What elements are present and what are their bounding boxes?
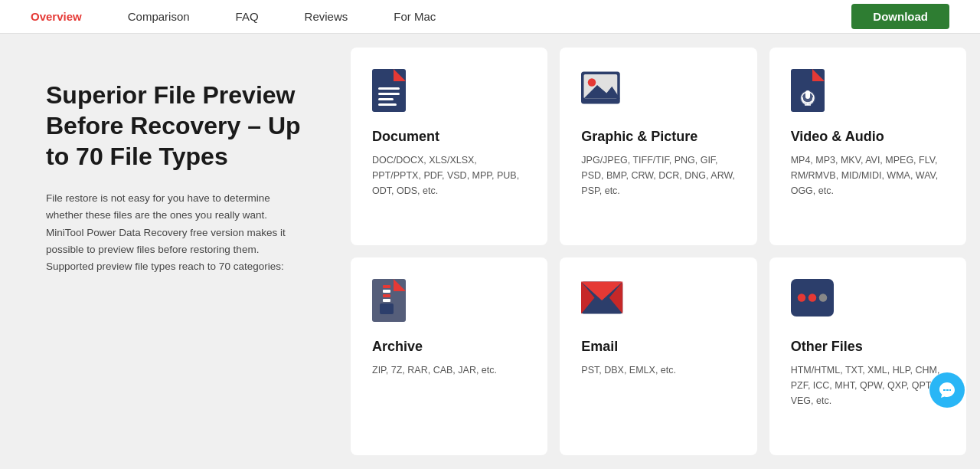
card-archive: Archive ZIP, 7Z, RAR, CAB, JAR, etc.: [351, 257, 547, 455]
card-other-title: Other Files: [791, 339, 945, 355]
archive-icon: [372, 279, 415, 328]
card-video-desc: MP4, MP3, MKV, AVI, MPEG, FLV, RM/RMVB, …: [791, 153, 945, 198]
svg-rect-5: [378, 103, 397, 106]
card-graphic-desc: JPG/JPEG, TIFF/TIF, PNG, GIF, PSD, BMP, …: [581, 153, 735, 198]
svg-point-30: [808, 294, 816, 302]
other-icon: [791, 279, 834, 328]
email-icon: [581, 279, 624, 328]
svg-point-29: [797, 294, 805, 302]
svg-rect-14: [805, 90, 810, 99]
document-icon: [372, 69, 415, 118]
svg-rect-23: [380, 303, 394, 314]
svg-rect-21: [383, 294, 390, 297]
svg-rect-2: [378, 87, 400, 90]
hero-title: Superior File Preview Before Recovery – …: [46, 80, 306, 172]
svg-rect-20: [383, 290, 390, 293]
hero-description: File restore is not easy for you have to…: [46, 190, 306, 275]
main-content: Superior File Preview Before Recovery – …: [0, 34, 980, 469]
video-icon: [791, 69, 834, 118]
svg-rect-22: [383, 299, 390, 302]
svg-point-8: [588, 78, 596, 87]
card-other: Other Files HTM/HTML, TXT, XML, HLP, CHM…: [769, 257, 966, 455]
card-email-desc: PST, DBX, EMLX, etc.: [581, 362, 735, 378]
card-email-title: Email: [581, 339, 735, 355]
card-video-title: Video & Audio: [791, 129, 945, 145]
nav-reviews[interactable]: Reviews: [305, 10, 348, 23]
card-document-title: Document: [372, 129, 526, 145]
card-video: Video & Audio MP4, MP3, MKV, AVI, MPEG, …: [769, 48, 966, 245]
hero-panel: Superior File Preview Before Recovery – …: [0, 34, 337, 469]
card-archive-desc: ZIP, 7Z, RAR, CAB, JAR, etc.: [372, 362, 526, 378]
cards-grid: Document DOC/DOCX, XLS/XLSX, PPT/PPTX, P…: [337, 34, 980, 469]
nav-comparison[interactable]: Comparison: [128, 10, 190, 23]
card-archive-title: Archive: [372, 339, 526, 355]
nav-overview[interactable]: Overview: [31, 10, 82, 23]
card-graphic-title: Graphic & Picture: [581, 129, 735, 145]
card-document: Document DOC/DOCX, XLS/XLSX, PPT/PPTX, P…: [351, 48, 547, 245]
svg-rect-19: [383, 285, 390, 288]
graphic-icon: [581, 69, 624, 118]
svg-rect-4: [378, 98, 394, 100]
navbar: Overview Comparison FAQ Reviews For Mac …: [0, 0, 980, 34]
card-graphic: Graphic & Picture JPG/JPEG, TIFF/TIF, PN…: [560, 48, 756, 245]
svg-point-31: [818, 294, 827, 302]
card-email: Email PST, DBX, EMLX, etc.: [560, 257, 756, 455]
card-other-desc: HTM/HTML, TXT, XML, HLP, CHM, PZF, ICC, …: [791, 362, 945, 408]
nav-faq[interactable]: FAQ: [236, 10, 259, 23]
svg-rect-3: [378, 93, 400, 95]
card-document-desc: DOC/DOCX, XLS/XLSX, PPT/PPTX, PDF, VSD, …: [372, 153, 526, 198]
chat-bubble[interactable]: [929, 372, 965, 408]
download-button[interactable]: Download: [851, 4, 949, 29]
nav-links: Overview Comparison FAQ Reviews For Mac: [31, 10, 851, 23]
nav-for-mac[interactable]: For Mac: [394, 10, 436, 23]
